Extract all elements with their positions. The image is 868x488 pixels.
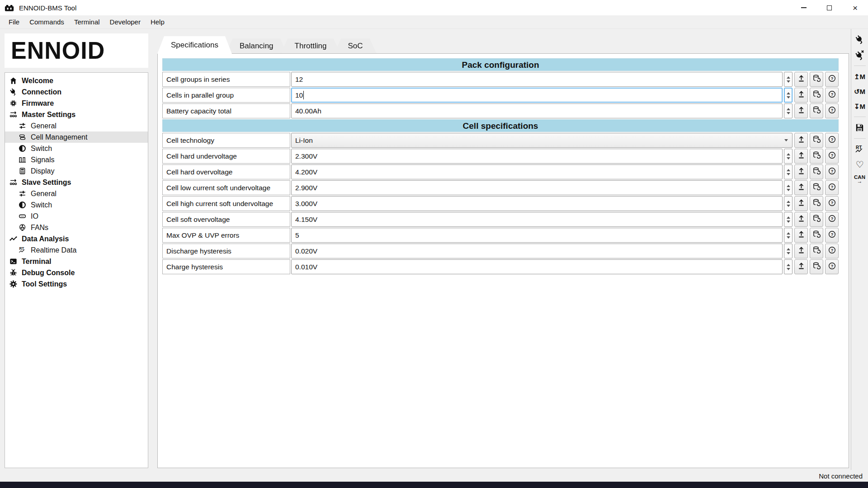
sidebar-item-master-settings[interactable]: Master Settings <box>5 109 148 120</box>
help-button[interactable]: ? <box>825 88 839 103</box>
sidebar-item-signals[interactable]: Signals <box>5 154 148 165</box>
upload-button[interactable] <box>794 244 808 258</box>
spinner[interactable] <box>784 196 793 211</box>
db-refresh-button[interactable] <box>810 212 823 227</box>
db-refresh-button[interactable] <box>810 180 823 195</box>
upload-button[interactable] <box>794 103 808 118</box>
tab-balancing[interactable]: Balancing <box>226 38 287 53</box>
value-input[interactable]: 2.300V <box>291 149 783 164</box>
help-button[interactable]: ? <box>825 228 839 243</box>
sidebar-item-slave-settings[interactable]: Slave Settings <box>5 177 148 188</box>
spinner[interactable] <box>784 149 793 164</box>
upload-button[interactable] <box>794 259 808 274</box>
spinner[interactable] <box>784 164 793 179</box>
db-refresh-button[interactable] <box>810 133 823 148</box>
help-button[interactable]: ? <box>825 180 839 195</box>
spinner[interactable] <box>784 180 793 195</box>
sidebar-item-switch[interactable]: Switch <box>5 143 148 154</box>
read-master-icon[interactable]: ↧M <box>854 101 865 111</box>
spinner[interactable] <box>784 259 793 274</box>
spinner[interactable] <box>784 212 793 227</box>
value-input[interactable]: 12 <box>291 72 783 87</box>
help-button[interactable]: ? <box>825 259 839 274</box>
sidebar-item-general[interactable]: General <box>5 120 148 131</box>
db-refresh-button[interactable] <box>810 164 823 179</box>
minimize-button[interactable] <box>791 0 816 15</box>
db-refresh-button[interactable] <box>810 149 823 164</box>
upload-button[interactable] <box>794 196 808 211</box>
spinner[interactable] <box>784 103 793 118</box>
help-button[interactable]: ? <box>825 149 839 164</box>
reboot-master-icon[interactable]: ↺M <box>854 86 865 96</box>
connect-icon[interactable] <box>854 34 865 45</box>
maximize-button[interactable] <box>816 0 842 15</box>
heart-icon[interactable]: ♡ <box>856 160 864 169</box>
close-button[interactable]: × <box>842 0 868 15</box>
can-icon[interactable]: CAN→ <box>854 174 865 184</box>
save-icon[interactable] <box>854 122 865 133</box>
db-refresh-button[interactable] <box>810 228 823 243</box>
sidebar-item-display[interactable]: Display <box>5 165 148 177</box>
value-input[interactable]: 40.00Ah <box>291 103 783 118</box>
help-button[interactable]: ? <box>825 133 839 148</box>
value-dropdown[interactable]: Li-Ion <box>291 133 793 148</box>
menu-help[interactable]: Help <box>146 16 170 28</box>
upload-button[interactable] <box>794 88 808 103</box>
help-button[interactable]: ? <box>825 164 839 179</box>
upload-button[interactable] <box>794 133 808 148</box>
sidebar-item-connection[interactable]: Connection <box>5 86 148 98</box>
value-input[interactable]: 0.010V <box>291 259 783 274</box>
value-input[interactable]: 4.150V <box>291 212 783 227</box>
sidebar-item-switch[interactable]: Switch <box>5 199 148 211</box>
help-button[interactable]: ? <box>825 212 839 227</box>
upload-button[interactable] <box>794 228 808 243</box>
menu-commands[interactable]: Commands <box>24 16 69 28</box>
upload-button[interactable] <box>794 164 808 179</box>
sidebar-item-data-analysis[interactable]: Data Analysis <box>5 233 148 244</box>
sidebar-item-tool-settings[interactable]: Tool Settings <box>5 278 148 290</box>
spinner[interactable] <box>784 88 793 103</box>
sidebar-item-firmware[interactable]: Firmware <box>5 98 148 109</box>
value-input[interactable]: 2.900V <box>291 180 783 195</box>
tab-soc[interactable]: SoC <box>334 38 376 53</box>
help-button[interactable]: ? <box>825 244 839 258</box>
db-refresh-button[interactable] <box>810 259 823 274</box>
sidebar-item-general[interactable]: General <box>5 188 148 199</box>
db-refresh-button[interactable] <box>810 196 823 211</box>
tab-specifications[interactable]: Specifications <box>157 36 232 54</box>
value-input[interactable]: 5 <box>291 228 783 243</box>
upload-button[interactable] <box>794 72 808 87</box>
tab-throttling[interactable]: Throttling <box>281 38 340 53</box>
svg-text:?: ? <box>830 153 833 158</box>
upload-button[interactable] <box>794 180 808 195</box>
write-master-icon[interactable]: ↥M <box>854 71 865 81</box>
value-input[interactable]: 0.020V <box>291 244 783 258</box>
sidebar-item-debug-console[interactable]: Debug Console <box>5 267 148 278</box>
disconnect-icon[interactable] <box>854 50 865 60</box>
menu-terminal[interactable]: Terminal <box>69 16 105 28</box>
spinner[interactable] <box>784 244 793 258</box>
value-input[interactable]: 10 <box>291 88 783 103</box>
help-button[interactable]: ? <box>825 196 839 211</box>
value-input[interactable]: 4.200V <box>291 164 783 179</box>
sidebar-item-cell-management[interactable]: Cell Management <box>5 131 148 143</box>
help-button[interactable]: ? <box>825 72 839 87</box>
menu-developer[interactable]: Developer <box>105 16 146 28</box>
spinner[interactable] <box>784 72 793 87</box>
realtime-icon[interactable]: RT <box>854 144 865 155</box>
sidebar-item-welcome[interactable]: Welcome <box>5 75 148 86</box>
db-refresh-button[interactable] <box>810 88 823 103</box>
sidebar-item-terminal[interactable]: Terminal <box>5 256 148 267</box>
sidebar-item-io[interactable]: IO <box>5 211 148 222</box>
sidebar-item-realtime-data[interactable]: RTRealtime Data <box>5 244 148 256</box>
value-input[interactable]: 3.000V <box>291 196 783 211</box>
upload-button[interactable] <box>794 212 808 227</box>
help-button[interactable]: ? <box>825 103 839 118</box>
menu-file[interactable]: File <box>4 16 24 28</box>
sidebar-item-fans[interactable]: FANs <box>5 222 148 233</box>
db-refresh-button[interactable] <box>810 244 823 258</box>
upload-button[interactable] <box>794 149 808 164</box>
spinner[interactable] <box>784 228 793 243</box>
db-refresh-button[interactable] <box>810 72 823 87</box>
db-refresh-button[interactable] <box>810 103 823 118</box>
